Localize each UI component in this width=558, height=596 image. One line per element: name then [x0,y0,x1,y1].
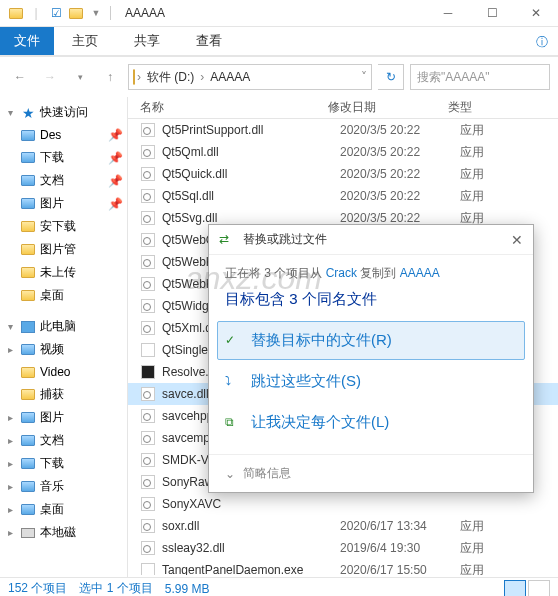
file-icon [140,298,156,314]
icons-view-button[interactable] [528,580,550,597]
sidebar-item[interactable]: 图片管 [0,238,127,261]
sidebar-item[interactable]: ▸本地磁 [0,521,127,544]
tab-share[interactable]: 共享 [116,27,178,55]
file-icon [140,496,156,512]
chevron-icon[interactable]: › [198,70,206,84]
expand-icon[interactable]: ▸ [4,527,16,538]
compare-icon: ⧉ [225,415,241,431]
folder-icon [20,364,36,380]
chevron-icon[interactable]: › [135,70,143,84]
tab-home[interactable]: 主页 [54,27,116,55]
sidebar-item[interactable]: 安下载 [0,215,127,238]
file-type: 应用 [460,540,484,557]
skip-option[interactable]: ⤵ 跳过这些文件(S) [217,362,525,401]
details-view-button[interactable] [504,580,526,597]
check-icon[interactable]: ☑ [48,5,64,21]
file-name: ssleay32.dll [162,541,340,555]
folder-icon[interactable] [68,5,84,21]
sidebar-label: 图片 [40,409,64,426]
sidebar-label: 安下载 [40,218,76,235]
dialog-close-button[interactable]: ✕ [511,232,523,248]
breadcrumb[interactable]: › 软件 (D:) › AAAAA ˅ [128,64,372,90]
expand-icon[interactable]: ▸ [4,481,16,492]
expand-icon[interactable]: ▸ [4,435,16,446]
sidebar-item[interactable]: ▸音乐 [0,475,127,498]
sidebar-item[interactable]: 文档📌 [0,169,127,192]
decide-option[interactable]: ⧉ 让我决定每个文件(L) [217,403,525,442]
sidebar-label: 未上传 [40,264,76,281]
selection-info: 选中 1 个项目 [79,580,152,596]
folder-blue-icon [20,342,36,358]
expand-icon[interactable]: ▾ [4,107,16,118]
sidebar-item[interactable]: Video [0,361,127,383]
file-row[interactable]: TangentPanelDaemon.exe2020/6/17 15:50应用 [128,559,558,575]
file-name: soxr.dll [162,519,340,533]
file-row[interactable]: SonyXAVC [128,493,558,515]
sidebar-item[interactable]: ▾此电脑 [0,315,127,338]
sidebar-item[interactable]: ▸下载 [0,452,127,475]
folder-blue-icon [20,433,36,449]
file-tab[interactable]: 文件 [0,27,54,55]
sidebar-item[interactable]: 下载📌 [0,146,127,169]
sidebar-item[interactable]: 桌面 [0,284,127,307]
replace-option[interactable]: ✓ 替换目标中的文件(R) [217,321,525,360]
col-date[interactable]: 修改日期 [328,99,448,116]
file-icon [140,474,156,490]
sidebar-item[interactable]: ▸图片 [0,406,127,429]
dropdown-icon[interactable]: ▼ [88,5,104,21]
pin-icon: 📌 [108,197,123,211]
col-name[interactable]: 名称 [128,99,328,116]
sidebar-item[interactable]: ▸文档 [0,429,127,452]
sidebar-item[interactable]: 图片📌 [0,192,127,215]
file-row[interactable]: Qt5Sql.dll2020/3/5 20:22应用 [128,185,558,207]
file-row[interactable]: Qt5PrintSupport.dll2020/3/5 20:22应用 [128,119,558,141]
file-icon [140,254,156,270]
search-input[interactable]: 搜索"AAAAA" [410,64,550,90]
sidebar-label: 下载 [40,149,64,166]
file-icon [140,144,156,160]
file-row[interactable]: Qt5Qml.dll2020/3/5 20:22应用 [128,141,558,163]
file-name: Qt5Svg.dll [162,211,340,225]
column-headers[interactable]: 名称 修改日期 类型 [128,97,558,119]
folder-blue-icon [20,502,36,518]
sidebar-label: 此电脑 [40,318,76,335]
close-button[interactable]: ✕ [514,0,558,27]
maximize-button[interactable]: ☐ [470,0,514,27]
help-icon[interactable]: ⓘ [526,30,558,55]
file-row[interactable]: Qt5Quick.dll2020/3/5 20:22应用 [128,163,558,185]
sidebar-item[interactable]: ▸视频 [0,338,127,361]
breadcrumb-seg[interactable]: 软件 (D:) [143,69,198,86]
file-row[interactable]: soxr.dll2020/6/17 13:34应用 [128,515,558,537]
folder-blue-icon [20,127,36,143]
sidebar-item[interactable]: 捕获 [0,383,127,406]
expand-icon[interactable]: ▸ [4,344,16,355]
sidebar-label: 快速访问 [40,104,88,121]
file-icon [140,188,156,204]
sidebar-item[interactable]: ▾★快速访问 [0,101,127,124]
sidebar-item[interactable]: ▸桌面 [0,498,127,521]
file-icon [140,232,156,248]
sidebar-item[interactable]: 未上传 [0,261,127,284]
file-date: 2019/6/4 19:30 [340,541,460,555]
forward-button[interactable]: → [38,65,62,89]
breadcrumb-seg[interactable]: AAAAA [206,70,254,84]
recent-button[interactable]: ▾ [68,65,92,89]
up-button[interactable]: ↑ [98,65,122,89]
tab-view[interactable]: 查看 [178,27,240,55]
minimize-button[interactable]: ─ [426,0,470,27]
file-date: 2020/3/5 20:22 [340,123,460,137]
file-name: TangentPanelDaemon.exe [162,563,340,575]
details-toggle[interactable]: 简略信息 [243,465,291,482]
expand-icon[interactable]: ▾ [4,321,16,332]
back-button[interactable]: ← [8,65,32,89]
expand-icon[interactable]: ▸ [4,412,16,423]
refresh-button[interactable]: ↻ [378,64,404,90]
sidebar-item[interactable]: Des📌 [0,124,127,146]
dropdown-icon[interactable]: ˅ [361,70,367,84]
col-type[interactable]: 类型 [448,99,508,116]
expand-icon[interactable]: ⌄ [225,467,235,481]
expand-icon[interactable]: ▸ [4,504,16,515]
expand-icon[interactable]: ▸ [4,458,16,469]
file-row[interactable]: ssleay32.dll2019/6/4 19:30应用 [128,537,558,559]
sidebar-label: 本地磁 [40,524,76,541]
